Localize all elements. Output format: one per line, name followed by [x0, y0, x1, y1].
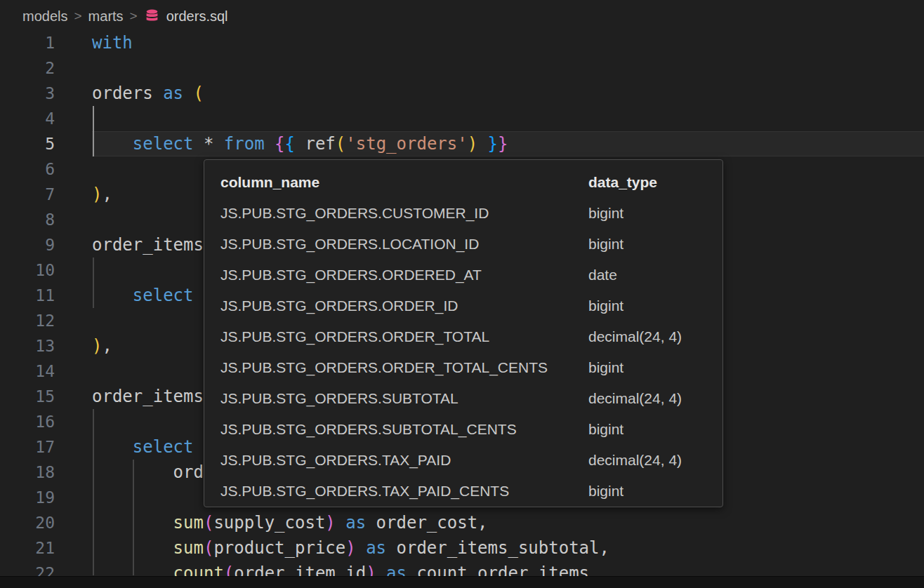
- code-text: ),: [92, 333, 112, 359]
- line-number[interactable]: 11: [0, 283, 55, 308]
- column-name-cell: JS.PUB.STG_ORDERS.ORDERED_AT: [220, 267, 482, 283]
- column-row: JS.PUB.STG_ORDERS.SUBTOTAL_CENTSbigint: [204, 414, 722, 445]
- data-type-cell: decimal(24, 4): [588, 445, 682, 476]
- popup-header-column-name: column_name: [220, 174, 319, 190]
- line-number[interactable]: 2: [0, 55, 55, 81]
- data-type-cell: decimal(24, 4): [588, 321, 682, 352]
- column-row: JS.PUB.STG_ORDERS.LOCATION_IDbigint: [204, 229, 722, 260]
- column-row: JS.PUB.STG_ORDERS.CUSTOMER_IDbigint: [204, 198, 722, 229]
- code-text: ord: [92, 460, 204, 485]
- line-number[interactable]: 9: [0, 232, 55, 258]
- code-text: order_items: [92, 384, 204, 409]
- data-type-cell: bigint: [588, 198, 623, 229]
- code-text: select: [92, 283, 194, 308]
- code-line-20[interactable]: 20 sum(supply_cost) as order_cost,: [0, 510, 924, 535]
- popup-header-row: column_name data_type: [204, 167, 722, 198]
- code-text: sum(product_price) as order_items_subtot…: [92, 535, 609, 561]
- column-row: JS.PUB.STG_ORDERS.TAX_PAIDdecimal(24, 4): [204, 445, 722, 476]
- line-number[interactable]: 17: [0, 434, 55, 460]
- line-number[interactable]: 4: [0, 106, 55, 131]
- column-name-cell: JS.PUB.STG_ORDERS.ORDER_TOTAL_CENTS: [220, 359, 548, 375]
- popup-header-data-type: data_type: [588, 167, 657, 198]
- column-row: JS.PUB.STG_ORDERS.ORDER_TOTAL_CENTSbigin…: [204, 352, 722, 383]
- column-name-cell: JS.PUB.STG_ORDERS.TAX_PAID_CENTS: [220, 483, 509, 499]
- line-number[interactable]: 16: [0, 409, 55, 434]
- code-line-4[interactable]: 4: [0, 106, 924, 131]
- column-info-popup: column_name data_type JS.PUB.STG_ORDERS.…: [204, 159, 723, 507]
- code-line-3[interactable]: 3orders as (: [0, 81, 924, 106]
- data-type-cell: bigint: [588, 352, 623, 383]
- data-type-cell: date: [588, 260, 617, 290]
- column-row: JS.PUB.STG_ORDERS.TAX_PAID_CENTSbigint: [204, 476, 722, 507]
- line-number[interactable]: 1: [0, 30, 55, 55]
- column-name-cell: JS.PUB.STG_ORDERS.TAX_PAID: [220, 452, 451, 468]
- code-line-5[interactable]: 5 select * from {{ ref('stg_orders') }}: [0, 131, 924, 156]
- line-number[interactable]: 7: [0, 182, 55, 207]
- column-row: JS.PUB.STG_ORDERS.SUBTOTALdecimal(24, 4): [204, 383, 722, 414]
- data-type-cell: decimal(24, 4): [588, 383, 682, 414]
- line-number[interactable]: 5: [0, 131, 55, 156]
- column-name-cell: JS.PUB.STG_ORDERS.CUSTOMER_ID: [220, 205, 489, 221]
- code-text: sum(supply_cost) as order_cost,: [92, 510, 488, 535]
- line-number[interactable]: 15: [0, 384, 55, 409]
- line-number[interactable]: 21: [0, 535, 55, 561]
- data-type-cell: bigint: [588, 476, 623, 507]
- line-number[interactable]: 10: [0, 258, 55, 283]
- line-number[interactable]: 6: [0, 156, 55, 182]
- popup-rows: JS.PUB.STG_ORDERS.CUSTOMER_IDbigintJS.PU…: [204, 198, 722, 507]
- line-number[interactable]: 13: [0, 333, 55, 359]
- code-text: select: [92, 434, 194, 460]
- line-number[interactable]: 12: [0, 308, 55, 333]
- code-text: ),: [92, 182, 112, 207]
- code-line-1[interactable]: 1with: [0, 30, 924, 55]
- code-line-2[interactable]: 2: [0, 55, 924, 81]
- column-name-cell: JS.PUB.STG_ORDERS.LOCATION_ID: [220, 236, 479, 252]
- line-number[interactable]: 18: [0, 460, 55, 485]
- data-type-cell: bigint: [588, 229, 623, 260]
- editor-window: models > marts > orders.sql 1with23order…: [0, 0, 924, 588]
- line-number[interactable]: 19: [0, 485, 55, 510]
- editor-bottom-edge: [0, 576, 924, 588]
- line-number[interactable]: 20: [0, 510, 55, 535]
- column-name-cell: JS.PUB.STG_ORDERS.ORDER_ID: [220, 298, 458, 314]
- line-number[interactable]: 8: [0, 207, 55, 232]
- data-type-cell: bigint: [588, 290, 623, 321]
- column-name-cell: JS.PUB.STG_ORDERS.ORDER_TOTAL: [220, 328, 489, 345]
- column-name-cell: JS.PUB.STG_ORDERS.SUBTOTAL_CENTS: [220, 421, 517, 437]
- line-number[interactable]: 3: [0, 81, 55, 106]
- line-number[interactable]: 14: [0, 359, 55, 384]
- column-name-cell: JS.PUB.STG_ORDERS.SUBTOTAL: [220, 390, 458, 406]
- code-line-21[interactable]: 21 sum(product_price) as order_items_sub…: [0, 535, 924, 561]
- code-text: order_items: [92, 232, 204, 258]
- column-row: JS.PUB.STG_ORDERS.ORDERED_ATdate: [204, 260, 722, 290]
- column-row: JS.PUB.STG_ORDERS.ORDER_IDbigint: [204, 290, 722, 321]
- code-text: select * from {{ ref('stg_orders') }}: [92, 131, 508, 156]
- code-text: orders as (: [92, 81, 204, 106]
- code-text: with: [92, 30, 133, 55]
- column-row: JS.PUB.STG_ORDERS.ORDER_TOTALdecimal(24,…: [204, 321, 722, 352]
- data-type-cell: bigint: [588, 414, 623, 445]
